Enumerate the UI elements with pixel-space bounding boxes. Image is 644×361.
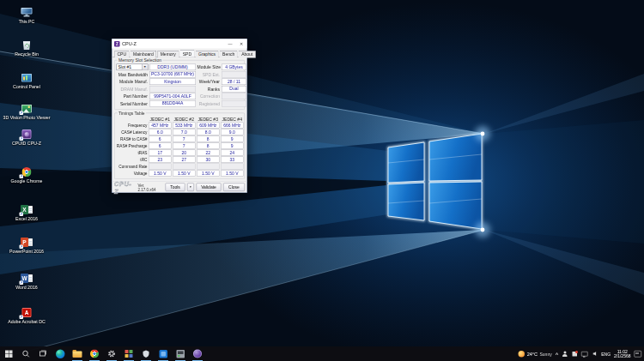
memory-slot-selection-group: Memory Slot Selection Slot #1 ▼ DDR3 (UD… (114, 60, 245, 110)
shortcut-arrow-icon: ↗ (20, 245, 24, 250)
tab-memory[interactable]: Memory (157, 51, 179, 58)
tab-bench[interactable]: Bench (220, 51, 238, 58)
wallpaper (0, 0, 644, 361)
cpuz-logo: CPU-Z (114, 180, 136, 195)
shortcut-arrow-icon: ↗ (20, 213, 24, 217)
shortcut-arrow-icon: ↗ (20, 111, 24, 116)
desktop-icon-3d-vision-photo-viewer[interactable]: ↗ 3D Vision Photo Viewer (0, 103, 53, 120)
system-tray: 24°C Sunny ^ ENG 11:02 2/1/2568 (519, 349, 644, 359)
shortcut-arrow-icon: ↗ (20, 175, 24, 179)
search-button[interactable] (17, 346, 34, 361)
window-title: CPU-Z (122, 41, 137, 46)
control-panel-icon (21, 74, 32, 82)
taskbar-windows-security[interactable] (137, 346, 155, 361)
dropdown-arrow-icon: ▼ (142, 64, 148, 70)
group-label: Timings Table (118, 111, 147, 116)
tools-dropdown-arrow[interactable]: ▾ (187, 184, 194, 192)
logo-pane-bottom-right (429, 182, 482, 229)
task-view-icon (39, 350, 47, 358)
window-footer: CPU-Z Ver. 2.17.0.x64 Tools ▾ Validate C… (112, 182, 247, 193)
search-icon (21, 350, 30, 358)
weather-widget[interactable]: 24°C Sunny (519, 351, 552, 358)
action-center-icon[interactable] (635, 351, 642, 358)
start-button[interactable] (0, 346, 17, 361)
taskbar-blue-app[interactable] (155, 346, 172, 361)
module-manuf-value: Kingston (149, 79, 196, 86)
close-button[interactable]: ✕ (236, 39, 247, 49)
show-hidden-icons-button[interactable]: ^ (556, 351, 559, 357)
hardware-app-icon (176, 350, 185, 358)
cpuz-window: Z CPU-Z — ✕ CPU Mainboard Memory SPD Gra… (112, 39, 247, 193)
taskbar-edge[interactable] (52, 346, 69, 361)
language-indicator[interactable]: ENG (601, 352, 611, 357)
tab-about[interactable]: About (239, 51, 256, 58)
slot-dropdown[interactable]: Slot #1 ▼ (117, 64, 149, 71)
part-number-value: 99P5471-004.A0LF (149, 93, 196, 100)
ranks-value: Dual (222, 86, 246, 93)
weather-temp: 24°C (527, 352, 538, 357)
tray-display-icon[interactable] (581, 351, 588, 358)
taskbar: 24°C Sunny ^ ENG 11:02 2/1/2568 (0, 346, 644, 361)
desktop-icon-word-2016[interactable]: W ↗ Word 2016 (0, 273, 53, 290)
group-label: Memory Slot Selection (118, 58, 163, 63)
title-bar[interactable]: Z CPU-Z — ✕ (112, 39, 247, 49)
taskbar-media-app[interactable] (120, 346, 137, 361)
chrome-icon (22, 167, 32, 177)
taskbar-cpuz-running[interactable] (189, 346, 206, 361)
close-window-button[interactable]: Close (223, 184, 245, 192)
cpu-z-icon (22, 129, 32, 139)
cpuz-app-icon: Z (114, 41, 120, 47)
timings-row-cas-latency: CAS# Latency 6.0 7.0 8.0 9.0 (117, 129, 243, 135)
timings-row-command-rate: Command Rate (117, 164, 243, 170)
desktop-icon-excel-2016[interactable]: X ↗ Excel 2016 (0, 204, 53, 221)
timings-row-voltage: Voltage 1.50 V 1.50 V 1.50 V 1.50 V (117, 171, 243, 177)
blue-app-icon (159, 350, 167, 358)
desktop-icon-this-pc[interactable]: This PC (0, 7, 53, 24)
desktop-icon-label: This PC (19, 20, 35, 25)
this-pc-icon (21, 8, 33, 17)
desktop-icon-recycle-bin[interactable]: Recycle Bin (0, 39, 53, 57)
tray-user-icon[interactable] (562, 351, 568, 358)
tray-alert-icon[interactable] (572, 351, 579, 358)
taskbar-hardware-app[interactable] (172, 346, 189, 361)
gear-icon (107, 350, 116, 358)
tab-spd[interactable]: SPD (179, 50, 194, 57)
timings-row-trc: tRC 23 27 30 33 (117, 157, 243, 163)
file-explorer-icon (73, 352, 82, 358)
timings-row-frequency: Frequency 457 MHz 533 MHz 609 MHz 666 MH… (117, 123, 243, 129)
tab-mainboard[interactable]: Mainboard (131, 51, 157, 58)
chrome-icon (90, 350, 99, 358)
media-app-icon (125, 350, 133, 358)
tab-strip: CPU Mainboard Memory SPD Graphics Bench … (112, 49, 247, 57)
taskbar-file-explorer[interactable] (69, 346, 86, 361)
cpuz-circle-icon (193, 350, 202, 358)
taskbar-settings[interactable] (103, 346, 120, 361)
weather-condition: Sunny (540, 352, 552, 357)
timings-row-ras-to-cas: RAS# to CAS# 6 7 8 9 (117, 136, 243, 142)
tab-graphics[interactable]: Graphics (196, 51, 219, 58)
serial-number-value: 881DD44A (149, 100, 196, 107)
tab-cpu[interactable]: CPU (114, 51, 130, 58)
timings-table-group: Timings Table JEDEC #1 JEDEC #2 JEDEC #3… (114, 113, 245, 180)
windows-logo-icon (5, 350, 13, 358)
taskbar-chrome[interactable] (86, 346, 103, 361)
max-bandwidth-value: PC3-10700 (667 MHz) (149, 71, 196, 78)
desktop-icon-google-chrome[interactable]: ↗ Google Chrome (0, 166, 53, 184)
shortcut-arrow-icon: ↗ (20, 316, 24, 320)
desktop-icon-control-panel[interactable]: Control Panel (0, 72, 53, 89)
desktop-icons: This PC Recycle Bin Control Panel ↗ 3D V… (0, 0, 53, 361)
desktop-icon-adobe-acrobat-dc[interactable]: A ↗ Adobe Acrobat DC (0, 307, 53, 324)
task-view-button[interactable] (34, 346, 52, 361)
tools-button[interactable]: Tools (166, 184, 185, 192)
recycle-bin-icon (23, 40, 31, 50)
module-size-value: 4 GBytes (222, 64, 246, 71)
shortcut-arrow-icon: ↗ (20, 137, 24, 141)
shortcut-arrow-icon: ↗ (20, 281, 24, 286)
desktop-icon-cpuid-cpu-z[interactable]: ↗ CPUID CPU-Z (0, 129, 53, 146)
tray-volume-icon[interactable] (592, 351, 598, 358)
minimize-button[interactable]: — (225, 39, 236, 49)
validate-button[interactable]: Validate (197, 184, 222, 192)
desktop-icon-powerpoint-2016[interactable]: P ↗ PowerPoint 2016 (0, 237, 53, 254)
timings-row-tras: tRAS 17 20 22 24 (117, 150, 243, 156)
taskbar-clock[interactable]: 11:02 2/1/2568 (614, 349, 630, 359)
